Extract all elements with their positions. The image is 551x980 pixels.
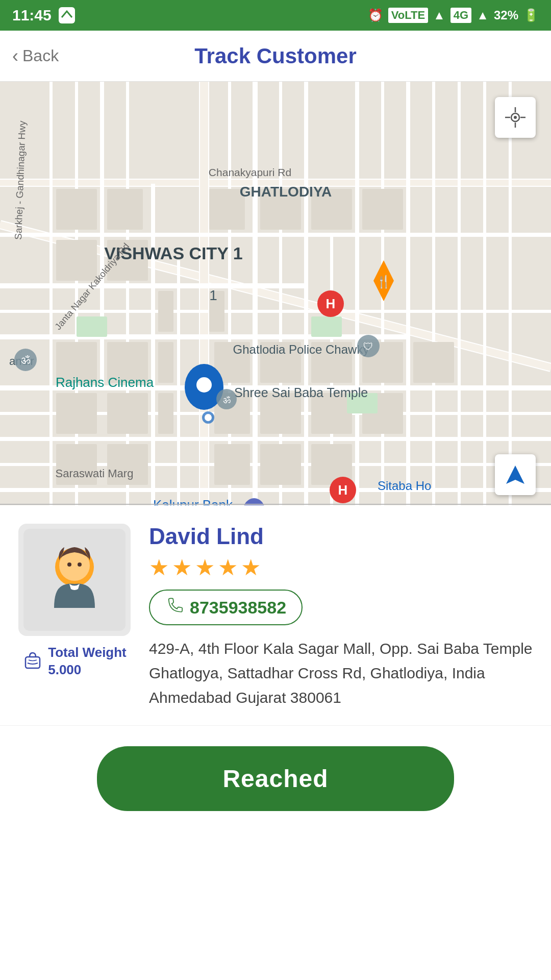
location-button[interactable] (495, 97, 536, 138)
svg-text:ॐ: ॐ (21, 354, 31, 366)
svg-text:Ghatlodia Police Chawky: Ghatlodia Police Chawky (233, 342, 369, 356)
svg-point-122 (78, 562, 82, 567)
battery-level: 32% (494, 8, 518, 22)
signal-icon: ▲ (433, 8, 445, 22)
svg-rect-47 (158, 342, 173, 383)
bottom-actions: Reached (0, 726, 551, 842)
volte-label: VoLTE (388, 8, 428, 23)
svg-rect-7 (200, 82, 208, 505)
avatar-section: Total Weight 5.000 (18, 524, 131, 679)
star-2: ★ (172, 554, 192, 580)
svg-text:ॐ: ॐ (223, 395, 231, 405)
svg-rect-36 (107, 189, 143, 230)
weight-value: 5.000 (48, 662, 127, 679)
navigate-icon (504, 463, 527, 486)
svg-rect-40 (362, 189, 403, 230)
header: ‹ Back Track Customer (0, 31, 551, 82)
star-5: ★ (241, 554, 261, 580)
status-time: 11:45 (12, 7, 52, 24)
star-rating: ★ ★ ★ ★ ★ (149, 554, 533, 580)
svg-rect-35 (56, 189, 97, 230)
svg-rect-65 (311, 316, 342, 337)
signal-icon-2: ▲ (477, 8, 489, 22)
star-3: ★ (195, 554, 215, 580)
reached-button[interactable]: Reached (97, 746, 454, 811)
svg-rect-123 (26, 657, 40, 668)
back-label: Back (22, 46, 59, 65)
avatar-container (18, 524, 131, 636)
svg-text:Saraswati Marg: Saraswati Marg (56, 467, 134, 480)
weight-info: Total Weight 5.000 (48, 644, 127, 679)
customer-details: David Lind ★ ★ ★ ★ ★ 8735938582 429-A, 4… (149, 524, 533, 710)
map-svg: GHATLODIYA Chanakyapuri Rd VISHWAS CITY … (0, 82, 551, 505)
svg-text:🛡: 🛡 (363, 341, 373, 352)
back-chevron-icon: ‹ (12, 45, 18, 67)
svg-rect-66 (77, 316, 107, 337)
svg-text:🍴: 🍴 (376, 274, 391, 289)
svg-point-112 (514, 116, 517, 119)
svg-text:H: H (338, 482, 348, 498)
alarm-icon: ⏰ (368, 8, 383, 22)
svg-rect-55 (158, 393, 173, 434)
svg-point-107 (205, 414, 212, 421)
svg-text:Sitaba Ho: Sitaba Ho (378, 479, 431, 493)
weight-box: Total Weight 5.000 (22, 644, 127, 679)
navigation-button[interactable] (495, 454, 536, 495)
svg-rect-43 (158, 291, 173, 332)
star-4: ★ (218, 554, 238, 580)
svg-point-121 (67, 562, 71, 567)
svg-text:Chanakyapuri Rd: Chanakyapuri Rd (209, 166, 291, 178)
svg-rect-54 (107, 393, 148, 434)
back-button[interactable]: ‹ Back (12, 45, 59, 67)
svg-point-104 (196, 377, 212, 393)
status-bar: 11:45 ⏰ VoLTE ▲ 4G ▲ 32% 🔋 (0, 0, 551, 31)
phone-button[interactable]: 8735938582 (149, 590, 303, 625)
svg-text:Rajhans Cinema: Rajhans Cinema (56, 375, 154, 390)
weight-label: Total Weight (48, 644, 127, 662)
map-area[interactable]: GHATLODIYA Chanakyapuri Rd VISHWAS CITY … (0, 82, 551, 505)
avatar (23, 529, 126, 631)
star-1: ★ (149, 554, 169, 580)
svg-text:1: 1 (209, 287, 217, 303)
crosshair-icon (504, 106, 527, 129)
svg-rect-52 (413, 342, 454, 383)
battery-icon: 🔋 (523, 8, 539, 22)
svg-marker-117 (506, 465, 524, 484)
customer-name: David Lind (149, 524, 533, 549)
svg-rect-0 (59, 7, 75, 23)
svg-rect-63 (260, 444, 301, 485)
svg-text:GHATLODIYA: GHATLODIYA (240, 184, 332, 200)
app-icon (58, 6, 76, 24)
customer-address: 429-A, 4th Floor Kala Sagar Mall, Opp. S… (149, 636, 533, 710)
phone-number: 8735938582 (190, 598, 286, 618)
phone-icon (165, 597, 183, 618)
network-label: 4G (450, 8, 471, 23)
bag-icon (22, 649, 43, 674)
status-left: 11:45 (12, 6, 76, 24)
svg-text:H: H (326, 296, 336, 311)
page-title: Track Customer (194, 44, 356, 68)
svg-text:Shree Sai Baba Temple: Shree Sai Baba Temple (234, 385, 368, 400)
svg-rect-62 (214, 444, 250, 485)
customer-info-card: Total Weight 5.000 David Lind ★ ★ ★ ★ ★ … (0, 505, 551, 726)
svg-rect-41 (56, 240, 97, 281)
svg-rect-53 (56, 393, 97, 434)
status-right: ⏰ VoLTE ▲ 4G ▲ 32% 🔋 (368, 8, 539, 23)
